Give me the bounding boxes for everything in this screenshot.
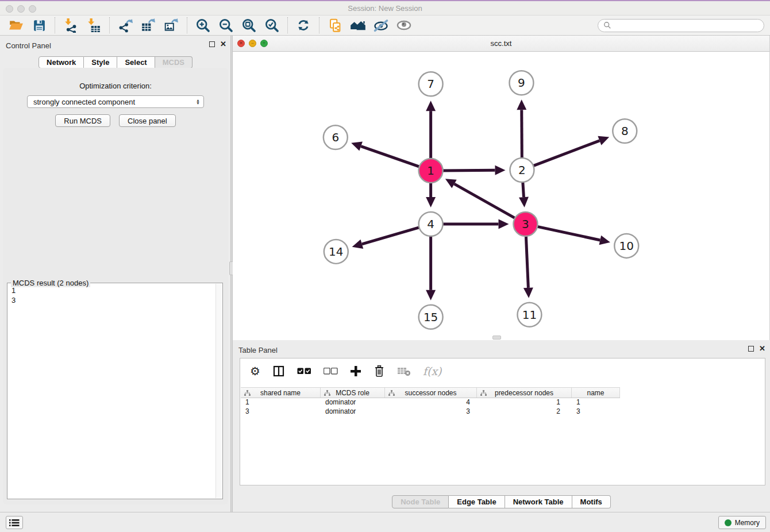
graph-edge-1-6[interactable] [361,147,419,167]
home-houses-icon [350,17,366,33]
run-mcds-button[interactable]: Run MCDS [55,114,110,127]
tab-select[interactable]: Select [117,56,155,68]
canvas-splitter-grip[interactable] [492,336,501,340]
apply-function-button[interactable]: f(x) [423,365,442,377]
memory-label: Memory [735,519,760,527]
unselect-all-columns-button[interactable] [324,368,338,375]
graph-edge-arrowhead [517,99,526,110]
export-image-icon [164,18,179,33]
float-panel-icon[interactable] [209,41,215,47]
zoom-fit-icon [241,18,257,33]
close-table-panel-icon[interactable]: ✕ [759,346,765,352]
show-all-button[interactable] [394,17,414,34]
graph-edge-1-2[interactable] [443,170,495,171]
graph-node-label: 11 [522,308,537,322]
tab-motifs[interactable]: Motifs [572,495,611,508]
close-panel-button[interactable]: Close panel [119,114,176,127]
cell-shared-name: 3 [241,407,321,417]
zoom-in-button[interactable] [192,17,213,34]
export-network-button[interactable] [115,17,136,34]
toolbar-divider [187,17,187,33]
column-header-mcds-role[interactable]: MCDS role [321,388,385,398]
network-close-button[interactable]: ✕ [237,40,245,47]
tab-network-table[interactable]: Network Table [505,495,572,508]
criterion-select[interactable]: strongly connected component ▲▼ [27,95,204,108]
eye-icon [396,17,412,33]
open-folder-icon [9,18,24,33]
window-titlebar: Session: New Session [0,0,770,16]
table-panel: Table Panel ✕ ⚙ [233,340,770,512]
column-header-name[interactable]: name [572,388,620,398]
result-scrollbar[interactable] [215,284,222,498]
control-panel: Control Panel ✕ Network Style Select MCD… [0,36,231,512]
hide-selected-button[interactable] [371,17,391,34]
window-zoom-button[interactable] [29,5,36,13]
select-all-columns-button[interactable] [297,368,311,375]
import-network-button[interactable] [60,17,81,34]
graph-edge-3-10[interactable] [537,226,600,240]
node-table-container: ⚙ [240,358,765,485]
save-session-button[interactable] [29,17,49,34]
graph-edge-3-1[interactable] [455,184,515,218]
mcds-result-item: 1 [11,286,211,295]
graph-node-label: 15 [424,310,438,324]
zoom-fit-button[interactable] [238,17,259,34]
window-close-button[interactable] [6,5,13,13]
close-panel-icon[interactable]: ✕ [220,41,226,47]
task-history-button[interactable] [6,516,23,529]
tab-node-table[interactable]: Node Table [392,495,449,508]
search-icon [603,21,611,29]
export-image-button[interactable] [161,17,182,34]
delete-column-button[interactable] [374,365,385,377]
column-header-shared-name[interactable]: shared name [241,388,321,398]
network-minimize-button[interactable]: − [249,40,256,47]
network-graph[interactable]: 7968124314101511 [233,52,769,340]
graph-edge-2-9[interactable] [522,110,522,158]
graph-node-label: 14 [329,245,343,259]
import-table-button[interactable] [83,17,104,34]
table-row[interactable]: 1 dominator 4 1 1 [241,398,620,407]
tab-style[interactable]: Style [84,56,117,68]
copy-view-button[interactable] [325,17,345,34]
graph-edge-2-8[interactable] [533,141,599,166]
table-settings-button[interactable]: ⚙ [250,365,260,377]
search-input[interactable] [614,21,759,29]
table-row[interactable]: 3 dominator 3 2 3 [241,407,620,417]
network-zoom-button[interactable]: + [260,40,268,47]
network-canvas[interactable]: 7968124314101511 [233,52,769,340]
window-minimize-button[interactable] [17,5,25,13]
zoom-selected-button[interactable] [261,17,282,34]
column-layout-button[interactable] [272,365,285,377]
graph-edge-4-14[interactable] [362,228,419,244]
column-header-predecessor-nodes[interactable]: predecessor nodes [477,388,572,398]
refresh-view-button[interactable] [293,17,314,34]
graph-edge-arrowhead [426,290,436,300]
control-panel-title: Control Panel [6,41,51,50]
graph-node-label: 7 [427,77,434,91]
cell-predecessor-nodes: 1 [477,398,572,407]
tab-network[interactable]: Network [38,56,84,68]
memory-button[interactable]: Memory [718,516,766,529]
export-table-button[interactable] [138,17,159,34]
table-panel-title: Table Panel [238,346,278,354]
graph-node-label: 9 [518,76,525,90]
open-session-button[interactable] [6,17,26,34]
tab-edge-table[interactable]: Edge Table [449,495,505,508]
list-icon [9,519,20,527]
add-column-button[interactable] [350,365,361,377]
tab-mcds[interactable]: MCDS [155,56,192,68]
graph-edge-2-3[interactable] [523,182,524,197]
mcds-result-list[interactable]: 1 3 [8,284,215,498]
home-layout-button[interactable] [348,17,368,34]
zoom-selected-icon [264,18,280,33]
window-controls [6,5,36,13]
cell-successor-nodes: 3 [385,407,477,417]
export-table-icon [141,18,156,33]
float-table-panel-icon[interactable] [748,346,754,352]
graph-edge-3-11[interactable] [526,236,528,288]
column-header-successor-nodes[interactable]: successor nodes [385,388,477,398]
network-window-titlebar: ✕ − + scc.txt [233,36,769,52]
delete-table-button[interactable] [397,365,411,377]
zoom-out-button[interactable] [215,17,236,34]
optimization-criterion-label: Optimization criterion: [3,82,228,90]
